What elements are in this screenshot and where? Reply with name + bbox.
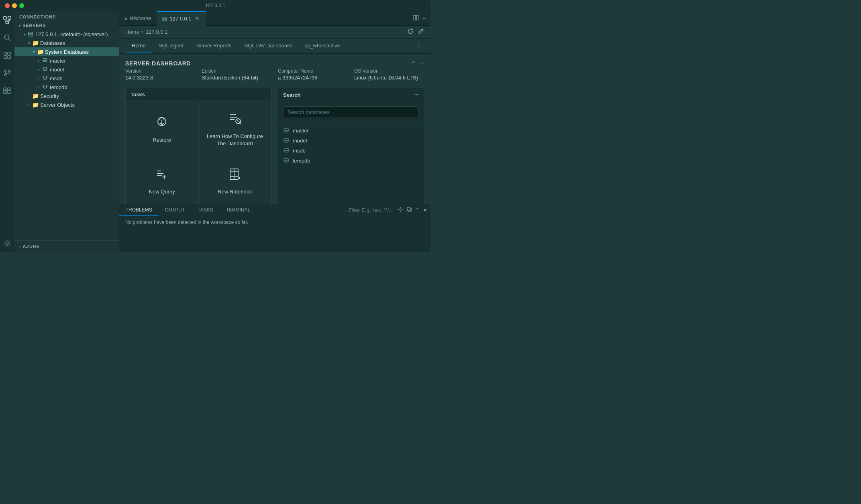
learn-configure-task-card[interactable]: Learn How To Configure The Dashboard	[199, 102, 271, 157]
search-result-tempdb[interactable]: tempdb	[278, 156, 424, 166]
minimize-button[interactable]	[12, 3, 17, 8]
dash-tab-server-reports[interactable]: Server Reports	[190, 39, 238, 53]
svg-point-27	[32, 35, 33, 36]
svg-line-7	[8, 39, 10, 41]
search-activity-icon[interactable]	[2, 32, 13, 43]
svg-rect-32	[163, 17, 167, 18]
info-edition: Edition Standard Edition (64-bit)	[202, 68, 271, 81]
model-db-item[interactable]: › model	[14, 65, 119, 74]
master-result-label: master	[293, 128, 309, 134]
svg-point-55	[284, 148, 289, 150]
master-db-result-icon	[283, 128, 290, 134]
breadcrumb-current: 127.0.0.1	[146, 29, 167, 35]
dash-tab-home[interactable]: Home	[125, 39, 152, 53]
filter-settings-icon[interactable]	[398, 207, 403, 213]
chevron-up-icon[interactable]: ⌃	[415, 207, 420, 213]
system-databases-folder[interactable]: ▾ 📁 System Databases	[14, 47, 119, 56]
tab-welcome[interactable]: ≡ Welcome	[119, 11, 157, 26]
server-dashboard-title: SERVER DASHBOARD	[125, 60, 191, 67]
azure-label: AZURE	[23, 244, 40, 249]
new-query-task-card[interactable]: New Query	[126, 157, 198, 204]
search-result-master[interactable]: master	[278, 126, 424, 136]
dash-tab-sp-whoisactive[interactable]: sp_whoisactive	[298, 39, 347, 53]
tab-welcome-label: Welcome	[129, 15, 151, 21]
refresh-icon[interactable]	[407, 28, 414, 36]
security-folder-icon: 📁	[32, 93, 39, 99]
search-result-msdb[interactable]: msdb	[278, 146, 424, 156]
restore-task-card[interactable]: Restore	[126, 102, 198, 157]
window-controls[interactable]	[5, 3, 24, 8]
tasks-panel: Tasks	[125, 87, 271, 204]
split-editor-icon[interactable]	[413, 14, 419, 22]
collapse-icon[interactable]: ⌃	[411, 60, 416, 67]
azure-section[interactable]: › AZURE	[14, 240, 119, 252]
tab-server[interactable]: 127.0.0.1 ✕	[157, 11, 206, 26]
sidebar: Connections ▾ SERVERS ▾ 127.0.0.1, <	[14, 11, 119, 252]
bottom-content: No problems have been detected in the wo…	[119, 216, 430, 252]
settings-activity-icon[interactable]	[2, 238, 13, 249]
dashboard-more-icon[interactable]: ···	[419, 60, 424, 67]
close-panel-icon[interactable]: ✕	[423, 207, 427, 213]
version-label: Version	[125, 68, 195, 74]
tempdb-db-item[interactable]: › tempdb	[14, 83, 119, 91]
terminal-tab[interactable]: TERMINAL	[220, 204, 257, 216]
info-computer: Computer Name a-339524724796-	[278, 68, 348, 81]
dashboard-content: SERVER DASHBOARD ⌃ ··· Version 14.0.3223…	[119, 54, 430, 204]
dash-tab-sql-agent[interactable]: SQL Agent	[152, 39, 190, 53]
svg-point-23	[6, 242, 8, 244]
search-databases-input[interactable]	[283, 106, 419, 118]
close-button[interactable]	[5, 3, 10, 8]
main-content: ≡ Welcome 127.0.0.1 ✕	[119, 11, 430, 252]
msdb-db-item[interactable]: › msdb	[14, 74, 119, 83]
model-db-icon	[42, 66, 48, 73]
search-panel-more[interactable]: ···	[414, 91, 419, 98]
servers-label: SERVERS	[22, 23, 46, 28]
dash-tab-sql-dw[interactable]: SQL DW Dashboard	[238, 39, 298, 53]
more-actions-icon[interactable]: ···	[422, 15, 426, 22]
new-notebook-task-card[interactable]: New Notebook	[199, 157, 271, 204]
databases-folder-icon: 📁	[32, 40, 39, 46]
bottom-tabs: PROBLEMS OUTPUT TASKS TERMINAL Filter. E…	[119, 204, 430, 216]
no-problems-text: No problems have been detected in the wo…	[125, 219, 248, 225]
search-results: master model	[278, 122, 424, 169]
tempdb-db-icon	[42, 84, 48, 90]
model-label: model	[50, 67, 64, 73]
content-area: Home › 127.0.0.1	[119, 26, 430, 252]
output-tab[interactable]: OUTPUT	[159, 204, 191, 216]
svg-point-6	[4, 35, 9, 39]
azure-chevron: ›	[19, 244, 21, 249]
tasks-grid: Restore	[126, 102, 271, 204]
new-notebook-label: New Notebook	[218, 188, 252, 195]
tab-welcome-icon: ≡	[124, 16, 127, 21]
svg-point-30	[43, 76, 47, 78]
connections-icon[interactable]	[2, 14, 13, 26]
dash-tab-add[interactable]: +	[414, 39, 424, 53]
tasks-panel-header: Tasks	[126, 87, 271, 102]
breadcrumb-actions	[407, 28, 424, 36]
search-result-model[interactable]: model	[278, 136, 424, 146]
master-label: master	[50, 58, 66, 64]
tab-server-close[interactable]: ✕	[194, 15, 200, 22]
schema-compare-activity-icon[interactable]	[2, 85, 13, 96]
security-folder[interactable]: › 📁 Security	[14, 91, 119, 100]
master-db-item[interactable]: › master	[14, 56, 119, 65]
edit-icon[interactable]	[418, 28, 424, 36]
model-result-label: model	[293, 138, 307, 144]
svg-rect-35	[416, 15, 419, 20]
breadcrumb-home[interactable]: Home	[125, 29, 139, 35]
source-control-activity-icon[interactable]	[2, 67, 13, 79]
tempdb-label: tempdb	[50, 84, 67, 90]
server-objects-folder[interactable]: › 📁 Server Objects	[14, 100, 119, 109]
problems-tab[interactable]: PROBLEMS	[119, 204, 159, 216]
extensions-activity-icon[interactable]	[2, 50, 13, 61]
titlebar: 127.0.0.1	[0, 0, 430, 11]
servers-header[interactable]: ▾ SERVERS	[14, 21, 119, 30]
server-item[interactable]: ▾ 127.0.0.1, <default> (sqlserver)	[14, 30, 119, 39]
svg-point-28	[43, 59, 47, 61]
breadcrumb: Home › 127.0.0.1	[119, 26, 430, 39]
tasks-tab[interactable]: TASKS	[191, 204, 219, 216]
copy-icon[interactable]	[406, 207, 412, 213]
databases-folder[interactable]: ▾ 📁 Databases	[14, 39, 119, 47]
tabs-bar: ≡ Welcome 127.0.0.1 ✕	[119, 11, 430, 26]
maximize-button[interactable]	[19, 3, 24, 8]
